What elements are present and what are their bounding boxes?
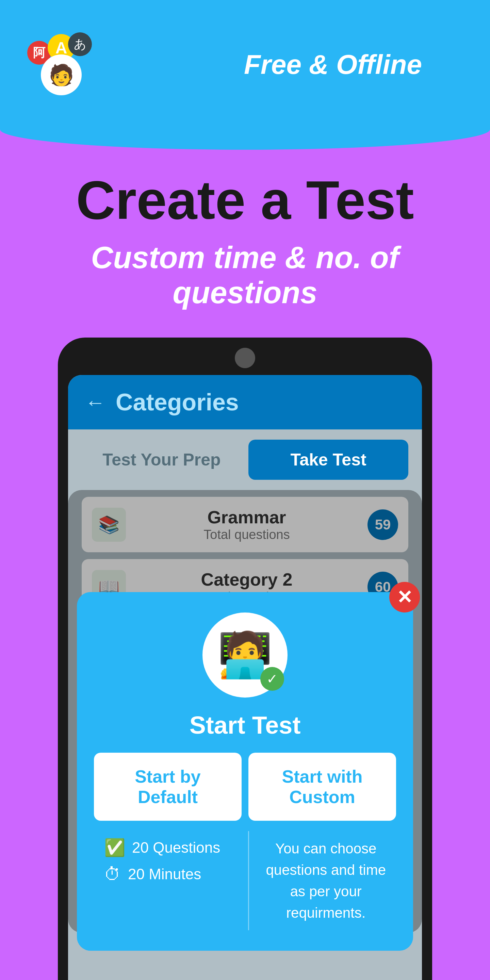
tab-take-test[interactable]: Take Test <box>248 440 408 480</box>
time-label: 20 Minutes <box>128 865 201 883</box>
main-title: Create a Test <box>34 170 456 230</box>
modal-avatar-container: 🧑‍💻 ✓ <box>94 612 396 698</box>
questions-icon: ✅ <box>104 838 125 858</box>
vertical-divider <box>248 831 249 930</box>
time-detail: ⏱ 20 Minutes <box>104 864 231 884</box>
modal-close-button[interactable]: ✕ <box>389 582 420 612</box>
details-row: ✅ 20 Questions ⏱ 20 Minutes <box>94 831 396 930</box>
logo-bubble-dark: あ <box>68 32 92 56</box>
logo-icon: 阿 A あ 🧑 <box>27 30 95 99</box>
modal-overlay: ✕ 🧑‍💻 ✓ <box>68 490 422 933</box>
modal-avatar: 🧑‍💻 ✓ <box>202 612 288 698</box>
logo-area: 阿 A あ 🧑 <box>27 30 95 99</box>
avatar-check-icon: ✓ <box>260 667 284 691</box>
content-section: Create a Test Custom time & no. of quest… <box>0 129 490 980</box>
modal-card: ✕ 🧑‍💻 ✓ <box>77 592 413 951</box>
phone-container: ← Categories Test Your Prep Take Test <box>34 337 456 980</box>
category-list: 📚 Grammar Total questions 59 📖 <box>68 490 422 933</box>
phone-frame: ← Categories Test Your Prep Take Test <box>58 337 432 980</box>
app-header: ← Categories <box>68 375 422 430</box>
app-header-title: Categories <box>116 388 239 416</box>
button-row: Start by Default Start with Custom <box>94 753 396 821</box>
start-with-custom-button[interactable]: Start with Custom <box>248 753 396 821</box>
questions-label: 20 Questions <box>132 839 220 856</box>
subtitle: Custom time & no. of questions <box>34 240 456 310</box>
start-by-default-button[interactable]: Start by Default <box>94 753 242 821</box>
details-left: ✅ 20 Questions ⏱ 20 Minutes <box>94 831 241 930</box>
time-icon: ⏱ <box>104 864 121 884</box>
header-section: 阿 A あ 🧑 Free & Offline <box>0 0 490 129</box>
questions-detail: ✅ 20 Questions <box>104 838 231 858</box>
phone-screen: ← Categories Test Your Prep Take Test <box>68 375 422 980</box>
custom-description: You can choose questions and time as per… <box>256 831 396 930</box>
tab-bar: Test Your Prep Take Test <box>68 430 422 490</box>
modal-title: Start Test <box>94 711 396 739</box>
tab-test-your-prep[interactable]: Test Your Prep <box>82 440 242 480</box>
logo-person: 🧑 <box>41 54 82 95</box>
phone-camera <box>235 348 255 368</box>
header-badge: Free & Offline <box>244 49 422 80</box>
back-button[interactable]: ← <box>85 391 105 414</box>
